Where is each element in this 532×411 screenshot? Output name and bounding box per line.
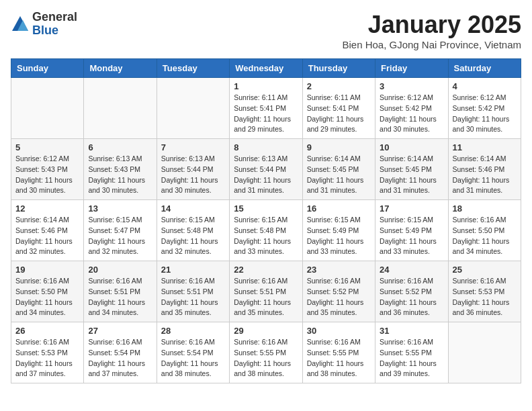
weekday-header: Saturday — [448, 59, 521, 78]
calendar-week-row: 19Sunrise: 6:16 AMSunset: 5:50 PMDayligh… — [11, 261, 521, 322]
calendar-cell: 8Sunrise: 6:13 AMSunset: 5:44 PMDaylight… — [230, 139, 302, 200]
day-info: Sunrise: 6:16 AMSunset: 5:50 PMDaylight:… — [15, 276, 79, 318]
day-info: Sunrise: 6:12 AMSunset: 5:42 PMDaylight:… — [380, 93, 443, 135]
logo-icon — [11, 15, 30, 34]
calendar-cell: 4Sunrise: 6:12 AMSunset: 5:42 PMDaylight… — [448, 78, 521, 139]
calendar-cell: 25Sunrise: 6:16 AMSunset: 5:53 PMDayligh… — [448, 261, 521, 322]
day-number: 14 — [161, 203, 225, 214]
calendar-cell: 21Sunrise: 6:16 AMSunset: 5:51 PMDayligh… — [157, 261, 229, 322]
day-number: 2 — [307, 81, 371, 91]
calendar-week-row: 12Sunrise: 6:14 AMSunset: 5:46 PMDayligh… — [11, 200, 521, 261]
day-number: 28 — [161, 326, 225, 336]
day-number: 12 — [15, 203, 79, 214]
calendar-cell: 23Sunrise: 6:16 AMSunset: 5:52 PMDayligh… — [302, 261, 375, 322]
title-area: January 2025 Bien Hoa, GJong Nai Provinc… — [342, 11, 521, 50]
calendar-table: SundayMondayTuesdayWednesdayThursdayFrid… — [11, 58, 521, 383]
day-info: Sunrise: 6:16 AMSunset: 5:55 PMDaylight:… — [234, 337, 298, 379]
day-number: 30 — [307, 326, 371, 336]
day-number: 3 — [380, 81, 443, 91]
calendar-cell: 10Sunrise: 6:14 AMSunset: 5:45 PMDayligh… — [375, 139, 448, 200]
day-info: Sunrise: 6:15 AMSunset: 5:48 PMDaylight:… — [234, 215, 298, 257]
calendar-cell: 16Sunrise: 6:15 AMSunset: 5:49 PMDayligh… — [302, 200, 375, 261]
day-number: 4 — [453, 81, 517, 91]
day-info: Sunrise: 6:14 AMSunset: 5:46 PMDaylight:… — [15, 215, 79, 257]
day-info: Sunrise: 6:16 AMSunset: 5:52 PMDaylight:… — [307, 276, 371, 318]
day-number: 15 — [234, 203, 298, 214]
calendar-cell: 11Sunrise: 6:14 AMSunset: 5:46 PMDayligh… — [448, 139, 521, 200]
day-number: 10 — [380, 142, 443, 152]
day-number: 16 — [307, 203, 371, 214]
day-number: 31 — [380, 326, 443, 336]
calendar-cell: 14Sunrise: 6:15 AMSunset: 5:48 PMDayligh… — [157, 200, 229, 261]
calendar-cell — [84, 78, 157, 139]
weekday-header-row: SundayMondayTuesdayWednesdayThursdayFrid… — [11, 59, 521, 78]
month-title: January 2025 — [342, 11, 521, 39]
day-number: 25 — [453, 265, 517, 275]
calendar-cell: 22Sunrise: 6:16 AMSunset: 5:51 PMDayligh… — [230, 261, 302, 322]
calendar-cell — [448, 322, 521, 383]
calendar-cell: 1Sunrise: 6:11 AMSunset: 5:41 PMDaylight… — [230, 78, 302, 139]
weekday-header: Sunday — [11, 59, 84, 78]
calendar-cell: 9Sunrise: 6:14 AMSunset: 5:45 PMDaylight… — [302, 139, 375, 200]
calendar-cell: 24Sunrise: 6:16 AMSunset: 5:52 PMDayligh… — [375, 261, 448, 322]
calendar-week-row: 26Sunrise: 6:16 AMSunset: 5:53 PMDayligh… — [11, 322, 521, 383]
calendar-cell — [157, 78, 229, 139]
calendar-cell: 31Sunrise: 6:16 AMSunset: 5:55 PMDayligh… — [375, 322, 448, 383]
day-info: Sunrise: 6:15 AMSunset: 5:49 PMDaylight:… — [380, 215, 443, 257]
day-number: 24 — [380, 265, 443, 275]
day-number: 8 — [234, 142, 298, 152]
day-number: 18 — [453, 203, 517, 214]
calendar-cell: 17Sunrise: 6:15 AMSunset: 5:49 PMDayligh… — [375, 200, 448, 261]
day-info: Sunrise: 6:15 AMSunset: 5:47 PMDaylight:… — [88, 215, 152, 257]
calendar-cell: 19Sunrise: 6:16 AMSunset: 5:50 PMDayligh… — [11, 261, 84, 322]
day-number: 1 — [234, 81, 298, 91]
calendar-cell: 3Sunrise: 6:12 AMSunset: 5:42 PMDaylight… — [375, 78, 448, 139]
logo-general: General — [32, 11, 77, 24]
day-info: Sunrise: 6:16 AMSunset: 5:55 PMDaylight:… — [307, 337, 371, 379]
day-info: Sunrise: 6:16 AMSunset: 5:52 PMDaylight:… — [380, 276, 443, 318]
day-info: Sunrise: 6:14 AMSunset: 5:46 PMDaylight:… — [453, 154, 517, 196]
calendar-cell: 2Sunrise: 6:11 AMSunset: 5:41 PMDaylight… — [302, 78, 375, 139]
day-info: Sunrise: 6:13 AMSunset: 5:44 PMDaylight:… — [234, 154, 298, 196]
day-info: Sunrise: 6:16 AMSunset: 5:51 PMDaylight:… — [234, 276, 298, 318]
location: Bien Hoa, GJong Nai Province, Vietnam — [342, 39, 521, 50]
day-info: Sunrise: 6:13 AMSunset: 5:44 PMDaylight:… — [161, 154, 225, 196]
weekday-header: Friday — [375, 59, 448, 78]
day-info: Sunrise: 6:13 AMSunset: 5:43 PMDaylight:… — [88, 154, 152, 196]
day-info: Sunrise: 6:15 AMSunset: 5:49 PMDaylight:… — [307, 215, 371, 257]
day-number: 22 — [234, 265, 298, 275]
weekday-header: Thursday — [302, 59, 375, 78]
calendar-cell: 13Sunrise: 6:15 AMSunset: 5:47 PMDayligh… — [84, 200, 157, 261]
day-info: Sunrise: 6:16 AMSunset: 5:50 PMDaylight:… — [453, 215, 517, 257]
calendar-cell: 15Sunrise: 6:15 AMSunset: 5:48 PMDayligh… — [230, 200, 302, 261]
day-number: 7 — [161, 142, 225, 152]
weekday-header: Wednesday — [230, 59, 302, 78]
day-info: Sunrise: 6:11 AMSunset: 5:41 PMDaylight:… — [307, 93, 371, 135]
day-number: 19 — [15, 265, 79, 275]
calendar-cell: 18Sunrise: 6:16 AMSunset: 5:50 PMDayligh… — [448, 200, 521, 261]
day-info: Sunrise: 6:14 AMSunset: 5:45 PMDaylight:… — [380, 154, 443, 196]
calendar-week-row: 1Sunrise: 6:11 AMSunset: 5:41 PMDaylight… — [11, 78, 521, 139]
calendar-cell: 20Sunrise: 6:16 AMSunset: 5:51 PMDayligh… — [84, 261, 157, 322]
page-header: General Blue January 2025 Bien Hoa, GJon… — [11, 11, 521, 50]
day-info: Sunrise: 6:16 AMSunset: 5:54 PMDaylight:… — [88, 337, 152, 379]
day-number: 6 — [88, 142, 152, 152]
day-info: Sunrise: 6:16 AMSunset: 5:53 PMDaylight:… — [15, 337, 79, 379]
day-number: 13 — [88, 203, 152, 214]
day-number: 29 — [234, 326, 298, 336]
day-number: 11 — [453, 142, 517, 152]
calendar-cell: 30Sunrise: 6:16 AMSunset: 5:55 PMDayligh… — [302, 322, 375, 383]
calendar-cell — [11, 78, 84, 139]
day-info: Sunrise: 6:16 AMSunset: 5:55 PMDaylight:… — [380, 337, 443, 379]
day-info: Sunrise: 6:12 AMSunset: 5:42 PMDaylight:… — [453, 93, 517, 135]
calendar-cell: 28Sunrise: 6:16 AMSunset: 5:54 PMDayligh… — [157, 322, 229, 383]
calendar-cell: 29Sunrise: 6:16 AMSunset: 5:55 PMDayligh… — [230, 322, 302, 383]
day-number: 5 — [15, 142, 79, 152]
day-info: Sunrise: 6:11 AMSunset: 5:41 PMDaylight:… — [234, 93, 298, 135]
day-number: 20 — [88, 265, 152, 275]
day-info: Sunrise: 6:16 AMSunset: 5:54 PMDaylight:… — [161, 337, 225, 379]
day-info: Sunrise: 6:12 AMSunset: 5:43 PMDaylight:… — [15, 154, 79, 196]
day-info: Sunrise: 6:16 AMSunset: 5:51 PMDaylight:… — [161, 276, 225, 318]
calendar-cell: 12Sunrise: 6:14 AMSunset: 5:46 PMDayligh… — [11, 200, 84, 261]
calendar-cell: 7Sunrise: 6:13 AMSunset: 5:44 PMDaylight… — [157, 139, 229, 200]
